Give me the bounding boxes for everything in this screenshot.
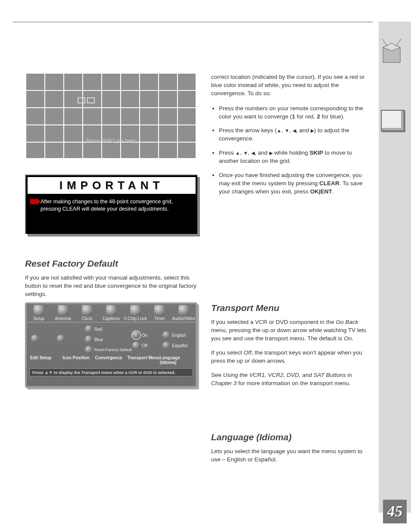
lock-icon <box>130 305 140 315</box>
body-text: correct location (indicated by the curso… <box>211 73 371 203</box>
convergence-grid-figure: // draw 9x5 grid cells via JS after load… <box>26 73 196 159</box>
language-heading: Language (Idioma) <box>211 431 371 443</box>
radio-icon <box>162 342 170 349</box>
radio-icon <box>132 331 140 339</box>
radio-icon <box>85 336 93 343</box>
lbl-edit-setup: Edit Setup <box>30 355 62 365</box>
opt-reset: Reset Factory Default <box>94 348 132 352</box>
radio-icon <box>57 335 65 342</box>
setup-status-bar: Press ▲▼ to display the Transport menu w… <box>29 368 193 376</box>
globe-icon <box>34 305 44 315</box>
radio-icon <box>85 325 93 333</box>
tab-label: Timer <box>147 316 171 321</box>
cassette-icon <box>381 110 405 131</box>
antenna-icon <box>58 305 68 315</box>
tab-label: Captions <box>99 316 123 321</box>
important-callout: IMPORTANT After making changes to the 48… <box>25 174 197 234</box>
lbl-transport: Transport Menu <box>128 355 160 365</box>
reset-body: If you are not satisfied with your manua… <box>25 274 197 299</box>
top-rule <box>13 22 373 23</box>
bullet-4: Once you have finished adjusting the con… <box>219 171 371 196</box>
setup-tabs: Setup Antenna Clock Captions V-Chip Lock… <box>27 304 196 323</box>
triangle-left-icon: ◀ <box>293 128 296 134</box>
captions-icon <box>106 305 116 315</box>
tab-label: Antenna <box>51 316 75 321</box>
triangle-right-icon: ▶ <box>311 128 314 134</box>
transport-para3: See Using the VCR1, VCR2, DVD, and SAT B… <box>211 371 371 388</box>
grid-caption: Press INFO for help <box>26 137 196 144</box>
bullet-2: Press the arrow keys (▲, ▼, ◀, and ▶) to… <box>219 127 371 143</box>
para-intro: correct location (indicated by the curso… <box>211 73 371 98</box>
tab-label: Clock <box>75 316 99 321</box>
sidebar-strip <box>379 22 411 513</box>
lbl-icon-pos: Icon Position <box>62 355 95 365</box>
transport-para2: If you select Off, the transport keys wo… <box>211 349 371 365</box>
language-body: Lets you select the language you want th… <box>211 448 371 464</box>
arrow-right-icon <box>30 199 37 204</box>
radio-icon <box>31 335 39 342</box>
svg-line-3 <box>396 39 401 47</box>
setup-menu-figure: Setup Antenna Clock Captions V-Chip Lock… <box>25 302 197 388</box>
speakers-icon <box>178 305 189 315</box>
tab-label: Setup <box>27 316 51 321</box>
triangle-up-icon: ▲ <box>235 150 240 156</box>
transport-para1: If you selected a VCR or DVD component i… <box>211 318 371 343</box>
convergence-cursor <box>78 97 85 103</box>
tab-captions: Captions <box>99 304 123 322</box>
lbl-convergence: Convergence <box>95 355 127 365</box>
lbl-language: Language (Idioma) <box>160 355 192 365</box>
important-body: After making changes to the 48-point con… <box>40 199 173 212</box>
tab-timer: Timer <box>147 304 171 322</box>
clock-icon <box>82 305 92 315</box>
tab-label: V-Chip Lock <box>123 316 147 321</box>
transport-menu-section: Transport Menu If you selected a VCR or … <box>211 302 371 394</box>
reset-factory-section: Reset Factory Default If you are not sat… <box>25 257 197 302</box>
transport-heading: Transport Menu <box>211 302 371 314</box>
setup-bottom-labels: Edit Setup Icon Position Convergence Tra… <box>27 355 196 367</box>
triangle-right-icon: ▶ <box>269 150 273 156</box>
convergence-cursor <box>87 97 95 103</box>
triangle-left-icon: ◀ <box>251 150 255 156</box>
important-heading: IMPORTANT <box>28 177 196 195</box>
tab-vchip: V-Chip Lock <box>123 304 147 322</box>
bullet-1: Press the numbers on your remote corresp… <box>219 105 371 121</box>
radio-icon <box>162 331 170 339</box>
language-section: Language (Idioma) Lets you select the la… <box>211 431 371 464</box>
svg-line-2 <box>382 39 387 47</box>
timer-icon <box>154 305 165 315</box>
tab-label: Audio/Video <box>171 316 196 321</box>
triangle-down-icon: ▼ <box>243 150 248 156</box>
radio-icon <box>132 342 140 349</box>
tab-antenna: Antenna <box>51 304 75 322</box>
tab-setup: Setup <box>27 304 51 322</box>
triangle-down-icon: ▼ <box>285 128 290 134</box>
opt-on: On <box>142 333 147 338</box>
opt-english: English <box>172 333 186 338</box>
opt-blue: Blue <box>94 337 103 342</box>
opt-espanol: Español <box>172 343 187 348</box>
triangle-up-icon: ▲ <box>277 128 281 134</box>
radio-icon <box>85 346 93 354</box>
bullet-3: Press ▲, ▼, ◀, and ▶ while holding SKIP … <box>219 149 371 165</box>
reset-heading: Reset Factory Default <box>25 257 197 270</box>
page-number: 45 <box>383 500 407 523</box>
opt-off: Off <box>142 343 147 348</box>
tab-clock: Clock <box>75 304 99 322</box>
opt-red: Red <box>94 327 102 332</box>
tab-av: Audio/Video <box>171 304 196 322</box>
open-box-icon <box>379 34 405 65</box>
